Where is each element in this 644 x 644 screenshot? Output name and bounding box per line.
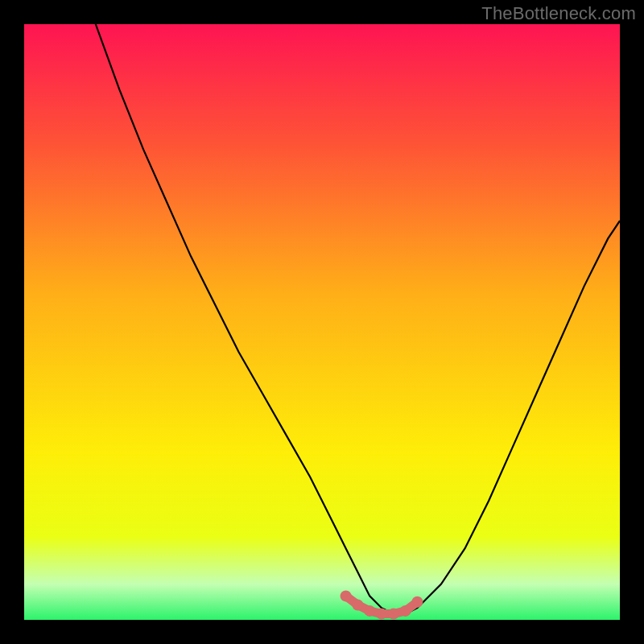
marker-dot <box>341 590 352 601</box>
chart-frame: TheBottleneck.com <box>0 0 644 644</box>
marker-dot <box>388 609 399 620</box>
watermark-text: TheBottleneck.com <box>481 3 636 24</box>
marker-dot <box>352 600 363 611</box>
chart-svg <box>24 24 620 620</box>
gradient-background <box>24 24 620 620</box>
plot-area <box>24 24 620 620</box>
marker-dot <box>376 609 387 620</box>
marker-dot <box>411 597 423 608</box>
marker-dot <box>364 605 375 617</box>
marker-dot <box>400 605 411 617</box>
